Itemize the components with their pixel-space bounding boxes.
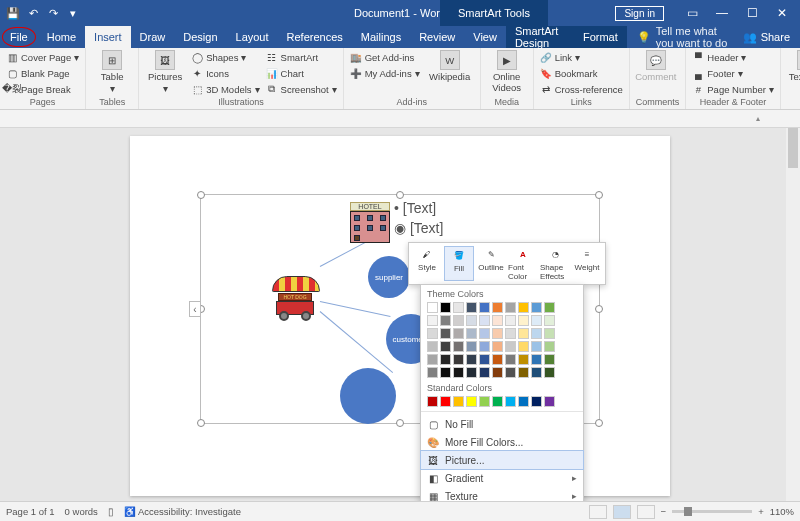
online-videos-button[interactable]: ▶Online Videos xyxy=(487,50,527,93)
color-swatch[interactable] xyxy=(427,396,438,407)
nofill-item[interactable]: ▢No Fill xyxy=(421,415,583,433)
color-swatch[interactable] xyxy=(466,396,477,407)
color-swatch[interactable] xyxy=(544,328,555,339)
tab-references[interactable]: References xyxy=(278,26,352,48)
color-swatch[interactable] xyxy=(505,302,516,313)
color-swatch[interactable] xyxy=(453,367,464,378)
tab-insert[interactable]: Insert xyxy=(85,26,131,48)
color-swatch[interactable] xyxy=(427,367,438,378)
tab-smartart-design[interactable]: SmartArt Design xyxy=(506,26,574,48)
color-swatch[interactable] xyxy=(505,315,516,326)
pagenumber-button[interactable]: #Page Number ▾ xyxy=(692,82,774,96)
color-swatch[interactable] xyxy=(544,354,555,365)
color-swatch[interactable] xyxy=(518,315,529,326)
color-swatch[interactable] xyxy=(479,341,490,352)
page-break-button[interactable]: �裂Page Break xyxy=(6,82,79,96)
hotel-image[interactable]: HOTEL xyxy=(350,202,390,243)
redo-icon[interactable]: ↷ xyxy=(46,6,60,20)
zoom-level[interactable]: 110% xyxy=(770,506,794,517)
tab-mailings[interactable]: Mailings xyxy=(352,26,410,48)
color-swatch[interactable] xyxy=(427,302,438,313)
node-supplier[interactable]: supplier xyxy=(368,256,410,298)
color-swatch[interactable] xyxy=(440,396,451,407)
color-swatch[interactable] xyxy=(531,315,542,326)
morecolors-item[interactable]: 🎨More Fill Colors... xyxy=(421,433,583,451)
color-swatch[interactable] xyxy=(427,341,438,352)
3dmodels-button[interactable]: ⬚3D Models ▾ xyxy=(191,82,259,96)
color-swatch[interactable] xyxy=(466,367,477,378)
zoom-out[interactable]: − xyxy=(661,506,667,517)
text-placeholder-2[interactable]: ◉ [Text] xyxy=(394,220,443,236)
color-swatch[interactable] xyxy=(531,328,542,339)
color-swatch[interactable] xyxy=(544,302,555,313)
table-button[interactable]: ⊞Table▾ xyxy=(92,50,132,94)
color-swatch[interactable] xyxy=(518,328,529,339)
color-swatch[interactable] xyxy=(440,367,451,378)
picture-item[interactable]: 🖼Picture... xyxy=(421,451,583,469)
vertical-scrollbar[interactable] xyxy=(786,128,800,503)
color-swatch[interactable] xyxy=(479,315,490,326)
qat-more-icon[interactable]: ▾ xyxy=(66,6,80,20)
color-swatch[interactable] xyxy=(492,367,503,378)
tab-file[interactable]: File xyxy=(2,27,36,47)
color-swatch[interactable] xyxy=(492,328,503,339)
color-swatch[interactable] xyxy=(544,341,555,352)
color-swatch[interactable] xyxy=(453,354,464,365)
color-swatch[interactable] xyxy=(544,315,555,326)
tab-draw[interactable]: Draw xyxy=(131,26,175,48)
color-swatch[interactable] xyxy=(505,354,516,365)
tab-home[interactable]: Home xyxy=(38,26,85,48)
color-swatch[interactable] xyxy=(531,302,542,313)
color-swatch[interactable] xyxy=(453,341,464,352)
color-swatch[interactable] xyxy=(479,354,490,365)
zoom-in[interactable]: + xyxy=(758,506,764,517)
close-button[interactable]: ✕ xyxy=(768,3,796,23)
color-swatch[interactable] xyxy=(466,328,477,339)
color-swatch[interactable] xyxy=(427,328,438,339)
mini-shapeeffects[interactable]: ◔Shape Effects xyxy=(540,246,570,281)
color-swatch[interactable] xyxy=(492,302,503,313)
page[interactable]: ‹ HOT DOG HOTEL supplier customers • [Te… xyxy=(130,136,670,496)
language-indicator[interactable]: ▯ xyxy=(108,506,114,517)
color-swatch[interactable] xyxy=(453,328,464,339)
color-swatch[interactable] xyxy=(479,328,490,339)
zoom-slider[interactable] xyxy=(672,510,752,513)
share-button[interactable]: 👥Share xyxy=(733,26,800,48)
color-swatch[interactable] xyxy=(453,302,464,313)
color-swatch[interactable] xyxy=(531,341,542,352)
icons-button[interactable]: ✦Icons xyxy=(191,66,259,80)
tab-layout[interactable]: Layout xyxy=(227,26,278,48)
mini-outline[interactable]: ✎Outline xyxy=(476,246,506,281)
mini-fill[interactable]: 🪣Fill xyxy=(444,246,474,281)
color-swatch[interactable] xyxy=(492,354,503,365)
bookmark-button[interactable]: 🔖Bookmark xyxy=(540,66,623,80)
footer-button[interactable]: ▄Footer ▾ xyxy=(692,66,774,80)
screenshot-button[interactable]: ⧉Screenshot ▾ xyxy=(266,82,337,96)
undo-icon[interactable]: ↶ xyxy=(26,6,40,20)
color-swatch[interactable] xyxy=(531,367,542,378)
textpane-toggle[interactable]: ‹ xyxy=(189,301,201,317)
color-swatch[interactable] xyxy=(440,341,451,352)
save-icon[interactable]: 💾 xyxy=(6,6,20,20)
color-swatch[interactable] xyxy=(505,328,516,339)
textbox-button[interactable]: AText Box▾ xyxy=(787,50,800,94)
color-swatch[interactable] xyxy=(492,396,503,407)
color-swatch[interactable] xyxy=(492,341,503,352)
color-swatch[interactable] xyxy=(440,302,451,313)
color-swatch[interactable] xyxy=(505,396,516,407)
scroll-thumb[interactable] xyxy=(788,128,798,168)
tab-view[interactable]: View xyxy=(464,26,506,48)
color-swatch[interactable] xyxy=(518,396,529,407)
mini-weight[interactable]: ≡Weight xyxy=(572,246,602,281)
color-swatch[interactable] xyxy=(544,367,555,378)
color-swatch[interactable] xyxy=(531,354,542,365)
get-addins-button[interactable]: 🏬Get Add-ins xyxy=(350,50,420,64)
crossref-button[interactable]: ⇄Cross-reference xyxy=(540,82,623,96)
color-swatch[interactable] xyxy=(479,302,490,313)
color-swatch[interactable] xyxy=(544,396,555,407)
color-swatch[interactable] xyxy=(466,315,477,326)
color-swatch[interactable] xyxy=(427,354,438,365)
color-swatch[interactable] xyxy=(492,315,503,326)
link-button[interactable]: 🔗Link ▾ xyxy=(540,50,623,64)
color-swatch[interactable] xyxy=(427,315,438,326)
